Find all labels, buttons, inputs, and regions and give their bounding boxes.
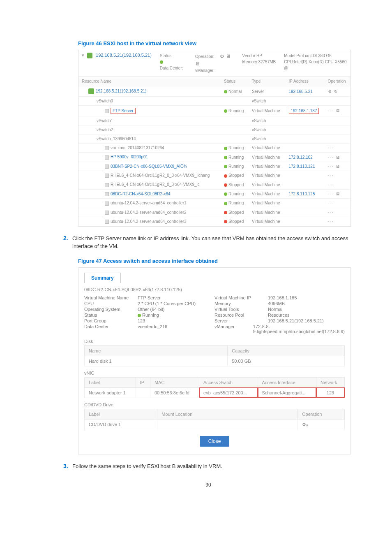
property-key: Data Center — [84, 324, 138, 329]
operation-cell[interactable]: ··· — [325, 180, 350, 189]
status-cell: Running — [221, 153, 249, 162]
disk-capacity: 50.00 GB — [228, 356, 345, 366]
status-cell: Stopped — [221, 171, 249, 180]
property-row: vManager172-8-8-9.lightspeed.mmphtn.sbcg… — [214, 324, 345, 334]
status-dot-icon — [224, 211, 227, 214]
operation-cell[interactable]: ··· — [325, 171, 350, 180]
host-icon — [87, 53, 92, 58]
vnic-col-label: Label — [85, 377, 136, 387]
close-button[interactable]: Close — [200, 436, 229, 447]
status-dot-icon — [224, 202, 227, 205]
status-label: Status: — [160, 53, 184, 59]
ip-cell — [286, 116, 325, 125]
resource-name[interactable]: 03BNT-SP2-CN-x86-SQL05-VMX9_ÁÍÖ¾ — [78, 162, 221, 171]
property-value: Resources — [268, 313, 290, 317]
table-row: ubuntu-12.04.2-server-amd64_controller3S… — [78, 217, 350, 226]
vnic-network[interactable]: 123 — [316, 387, 345, 398]
property-key: Server — [214, 318, 268, 323]
vnic-col-mac: MAC — [150, 377, 199, 387]
operation-cell[interactable]: ··· 🖥 — [325, 189, 350, 198]
resource-name[interactable]: 08DC-R2-CN-x64-SQL08R2-x64 — [78, 189, 221, 198]
status-cell — [221, 97, 249, 106]
operation-cell[interactable]: ⚙ ↻ — [325, 86, 350, 97]
ip-cell — [286, 134, 325, 144]
status-dot-icon — [224, 220, 227, 223]
property-value: Other (64-bit) — [138, 307, 164, 312]
disk-table: NameCapacity Hard disk 150.00 GB — [84, 345, 345, 366]
property-value: Running — [138, 313, 159, 317]
operation-cell — [325, 134, 350, 144]
ip-cell — [286, 180, 325, 189]
vnic-table: Label IP MAC Access Switch Access Interf… — [84, 377, 345, 398]
ip-cell[interactable]: 192.168.5.21 — [286, 86, 325, 97]
status-dot-icon — [138, 314, 141, 317]
property-value: 172-8-8-9.lightspeed.mmphtn.sbcglobal.ne… — [253, 324, 345, 334]
table-row: vSwitch0vSwitch — [78, 97, 350, 106]
vnic-mac: 00:50:56:8e:6c:fd — [150, 387, 199, 398]
property-value: 2 * CPU (1 * Cores per CPU) — [138, 301, 196, 306]
property-key: Status — [84, 313, 138, 317]
figure-47-caption: Figure 47 Access switch and access inter… — [78, 258, 351, 264]
property-value: 4096MB — [268, 301, 285, 306]
type-cell: Virtual Machine — [249, 208, 286, 217]
cd-mount — [157, 419, 298, 430]
property-row: Virtual Machine NameFTP Server — [84, 295, 214, 300]
vm-icon — [105, 192, 109, 196]
resource-name: RHEL6_4-CN-x64-Orcl11gR2_0_3-x64-VMX9_li… — [78, 171, 221, 180]
operation-cell — [325, 116, 350, 125]
host-topbar: ▾ 192.168.5.21(192.168.5.21) Status: Dat… — [78, 50, 350, 76]
vnic-col-interface: Access Interface — [258, 377, 316, 387]
operation-cell[interactable]: ··· 🖥 — [325, 162, 350, 171]
model-label: Model: — [284, 53, 296, 58]
vm-icon — [105, 183, 109, 187]
property-key: Virtual Machine Name — [84, 295, 138, 300]
resource-name[interactable]: 192.168.5.21(192.168.5.21) — [78, 86, 221, 97]
property-row: Operating SystemOther (64-bit) — [84, 307, 214, 312]
type-cell: vSwitch — [249, 134, 286, 144]
figure-46: ▾ 192.168.5.21(192.168.5.21) Status: Dat… — [78, 50, 351, 227]
figure-46-caption: Figure 46 ESXi host in the virtual netwo… — [78, 40, 351, 46]
datacenter-label: Data Center: — [160, 65, 184, 71]
cd-operation-icon[interactable]: ⚙₀ — [298, 419, 345, 430]
table-row: FTP ServerRunningVirtual Machine192.168.… — [78, 106, 350, 116]
operation-label: Operation: — [195, 53, 220, 60]
ip-cell[interactable]: 192.168.1.187 — [286, 106, 325, 116]
property-key: Memory — [214, 301, 268, 306]
operation-cell[interactable]: ··· 🖥 — [325, 106, 350, 116]
cpu-label: CPU: — [284, 60, 294, 64]
status-dot-icon — [224, 109, 227, 113]
cpu-value: Intel(R) Xeon(R) CPU X5560 @ — [284, 60, 346, 70]
operation-cell[interactable]: ··· — [325, 208, 350, 217]
status-cell: Stopped — [221, 180, 249, 189]
property-row: Resource PoolResources — [214, 313, 345, 317]
table-row: RHEL6_4-CN-x64-Orcl11gR2_0_3-x64-VMX9_lc… — [78, 180, 350, 189]
status-dot-icon — [224, 90, 227, 93]
cd-col-operation: Operation — [298, 409, 345, 419]
operation-cell[interactable]: ··· — [325, 144, 350, 153]
host-link[interactable]: 192.168.5.21(192.168.5.21) — [96, 53, 152, 58]
operation-cell — [325, 97, 350, 106]
ip-cell[interactable]: 172.8.12.102 — [286, 153, 325, 162]
vnic-interface: Schannel-Aggregati... — [258, 387, 316, 398]
ip-cell[interactable]: 172.8.110.121 — [286, 162, 325, 171]
status-dot-icon — [224, 147, 227, 150]
host-icon — [88, 88, 94, 94]
vnic-col-ip: IP — [136, 377, 150, 387]
vm-icon — [105, 211, 109, 215]
operation-cell[interactable]: ··· 🖥 — [325, 153, 350, 162]
type-cell: Virtual Machine — [249, 171, 286, 180]
resource-name[interactable]: HP 5900v_f0203p01 — [78, 153, 221, 162]
step-3-number: 3. — [63, 463, 72, 470]
cd-col-label: Label — [85, 409, 157, 419]
property-key: Virtual Tools — [214, 307, 268, 312]
summary-tab[interactable]: Summary — [84, 273, 121, 283]
operation-cell[interactable]: ··· — [325, 199, 350, 208]
operation-cell[interactable]: ··· — [325, 217, 350, 226]
collapse-icon[interactable]: ▾ — [82, 53, 87, 58]
status-cell: Stopped — [221, 217, 249, 226]
property-value: FTP Server — [138, 295, 161, 300]
status-cell — [221, 116, 249, 125]
resource-name[interactable]: FTP Server — [78, 106, 221, 116]
property-value: 123 — [138, 318, 145, 323]
ip-cell[interactable]: 172.8.110.125 — [286, 189, 325, 198]
